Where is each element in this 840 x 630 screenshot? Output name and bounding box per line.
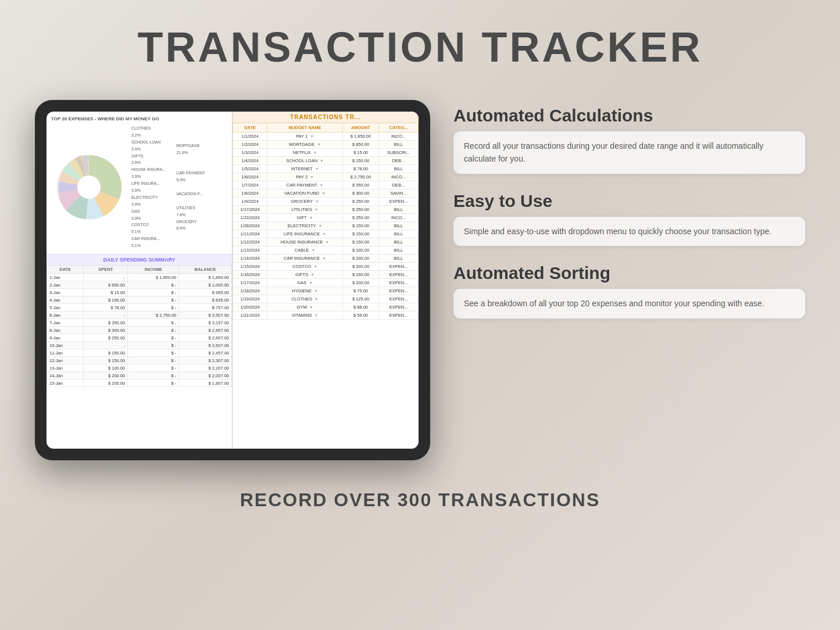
spreadsheet: TOP 20 EXPENSES - WHERE DID MY MONEY GO [47, 112, 419, 449]
table-row: 1-Jan-$ 1,850.00$ 1,850.00 [47, 274, 232, 281]
table-row: 1/8/2024VACATION FUND ▼$ 300.00SAVIN... [233, 189, 419, 198]
transactions-header: TRANSACTIONS TR... [233, 112, 419, 123]
th-amount: AMOUNT [342, 123, 378, 133]
table-row: 1/12/2024HOUSE INSURANCE ▼$ 150.00BILL [233, 238, 419, 246]
table-row: 1/17/2024UTILITIES ▼$ 250.00BILL [233, 206, 419, 214]
table-row: 9-Jan$ 250.00$ -$ 2,607.00 [47, 334, 232, 342]
summary-title: DAILY SPENDING SUMMARY [47, 255, 232, 265]
table-row: 3-Jan$ 15.00$ -$ 985.00 [47, 289, 232, 296]
col-income: INCOME [128, 266, 179, 274]
feature-automated-calc: Automated Calculations Record all your t… [453, 106, 805, 174]
th-category: CATEG... [379, 123, 419, 133]
pie-chart-container: CLOTHES 3.2% SCHOOL LOAN 3.9% GIFTS 3.9%… [51, 125, 227, 249]
summary-section: DAILY SPENDING SUMMARY DATE SPENT INCOME… [47, 255, 232, 449]
chart-section: TOP 20 EXPENSES - WHERE DID MY MONEY GO [47, 112, 232, 255]
col-spent: SPENT [84, 266, 128, 274]
col-date: DATE [47, 266, 84, 274]
table-row: 8-Jan$ 300.00$ -$ 2,857.00 [47, 327, 232, 334]
legend-container: CLOTHES 3.2% SCHOOL LOAN 3.9% GIFTS 3.9%… [131, 125, 166, 249]
table-row: 1/5/2024INTERNET ▼$ 78.00BILL [233, 165, 419, 173]
feature-card-2: Simple and easy-to-use with dropdown men… [453, 217, 805, 246]
table-row: 12-Jan$ 150.00$ -$ 2,307.00 [47, 357, 232, 364]
content-area: TOP 20 EXPENSES - WHERE DID MY MONEY GO [35, 100, 805, 460]
table-row: 4-Jan$ 150.00$ -$ 835.00 [47, 296, 232, 304]
feature-easy-use: Easy to Use Simple and easy-to-use with … [453, 191, 805, 246]
table-row: 1/17/2024GAS ▼$ 200.00EXPEN... [233, 279, 419, 287]
svg-point-1 [77, 176, 101, 199]
table-row: 1/16/2024GIFTS ▼$ 150.00EXPEN... [233, 271, 419, 279]
legend-left: CLOTHES 3.2% SCHOOL LOAN 3.9% GIFTS 3.9%… [131, 125, 166, 249]
table-row: 1/9/2024GROCERY ▼$ 250.00EXPEN... [233, 198, 419, 206]
table-row: 1/3/2024NETFLIX ▼$ 15.00SUBSCRI... [233, 149, 419, 157]
th-date: DATE [233, 123, 267, 133]
table-row: 1/6/2024PAY 2 ▼$ 2,750.00INCO... [233, 173, 419, 181]
table-row: 1/11/2024LIFE INSURANCE ▼$ 150.00BILL [233, 230, 419, 238]
pie-chart-svg [51, 149, 127, 225]
table-row: 1/21/2024VITAMINS ▼$ 56.00EXPEN... [233, 312, 419, 320]
bottom-tagline: RECORD OVER 300 TRANSACTIONS [240, 489, 600, 511]
col-balance: BALANCE [179, 266, 232, 274]
table-row: 1/20/2024GYM ▼$ 88.00EXPEN... [233, 303, 419, 312]
table-row: 5-Jan$ 78.00$ -$ 757.00 [47, 304, 232, 312]
features-panel: Automated Calculations Record all your t… [453, 100, 805, 318]
table-row: 1/7/2024CAR PAYMENT ▼$ 350.00DEB... [233, 181, 419, 189]
th-budget: BUDGET NAME [267, 123, 343, 133]
chart-title: TOP 20 EXPENSES - WHERE DID MY MONEY GO [51, 116, 227, 121]
table-row: 1/19/2024CLOTHES ▼$ 125.00EXPEN... [233, 295, 419, 303]
summary-table: DATE SPENT INCOME BALANCE 1-Jan-$ 1,850.… [47, 265, 232, 387]
feature-title-1: Automated Calculations [453, 106, 805, 126]
transactions-panel: TRANSACTIONS TR... DATE BUDGET NAME AMOU… [233, 112, 419, 449]
left-panel: TOP 20 EXPENSES - WHERE DID MY MONEY GO [47, 112, 233, 449]
table-row: 1/4/2024SCHOOL LOAN ▼$ 150.00DEB... [233, 157, 419, 165]
table-row: 1/18/2024HYGIENE ▼$ 75.00EXPEN... [233, 287, 419, 295]
table-row: 1/2/2024MORTGAGE ▼$ 850.00BILL [233, 141, 419, 149]
table-row: 1/14/2024CAR INSURANCE ▼$ 200.00BILL [233, 255, 419, 263]
table-row: 1/1/2024PAY 1 ▼$ 1,850.00INCO... [233, 133, 419, 141]
table-row: 1/28/2024ELECTRICITY ▼$ 150.00BILL [233, 222, 419, 230]
feature-title-3: Automated Sorting [453, 263, 805, 283]
legend-right: MORTGAGE 21.9% CAR PAYMENT 9.0% VACATION… [176, 142, 205, 232]
table-row: 1/22/2024GIFT ▼$ 250.00INCO... [233, 214, 419, 222]
feature-auto-sort: Automated Sorting See a breakdown of all… [453, 263, 805, 318]
table-row: 14-Jan$ 200.00$ -$ 2,007.00 [47, 372, 232, 380]
tablet-device: TOP 20 EXPENSES - WHERE DID MY MONEY GO [35, 100, 430, 460]
table-row: 1/15/2024COSTCO ▼$ 200.00EXPEN... [233, 263, 419, 271]
table-row: 15-Jan$ 200.00$ -$ 1,807.00 [47, 380, 232, 387]
summary-title-highlight: SUMMARY [148, 257, 175, 263]
feature-title-2: Easy to Use [453, 191, 805, 211]
transactions-title: TRANSACTIONS TR... [237, 114, 414, 120]
table-row: 11-Jan$ 150.00$ -$ 2,457.00 [47, 349, 232, 357]
table-row: 13-Jan$ 100.00$ -$ 2,207.00 [47, 364, 232, 372]
table-row: 7-Jan$ 350.00$ -$ 3,157.00 [47, 319, 232, 327]
tablet-screen: TOP 20 EXPENSES - WHERE DID MY MONEY GO [47, 112, 419, 449]
page-title: TRANSACTION TRACKER [138, 23, 703, 71]
summary-title-static: DAILY SPENDING [103, 257, 148, 263]
feature-card-3: See a breakdown of all your top 20 expen… [453, 289, 805, 318]
transactions-table: DATE BUDGET NAME AMOUNT CATEG... 1/1/202… [233, 123, 419, 320]
table-row: 2-Jan$ 850.00$ -$ 1,000.00 [47, 281, 232, 289]
table-row: 6-Jan-$ 2,750.00$ 3,507.00 [47, 312, 232, 319]
table-row: 1/13/2024CABLE ▼$ 100.00BILL [233, 246, 419, 255]
table-row: 10-Jan-$ -$ 2,607.00 [47, 342, 232, 349]
feature-card-1: Record all your transactions during your… [453, 131, 805, 174]
